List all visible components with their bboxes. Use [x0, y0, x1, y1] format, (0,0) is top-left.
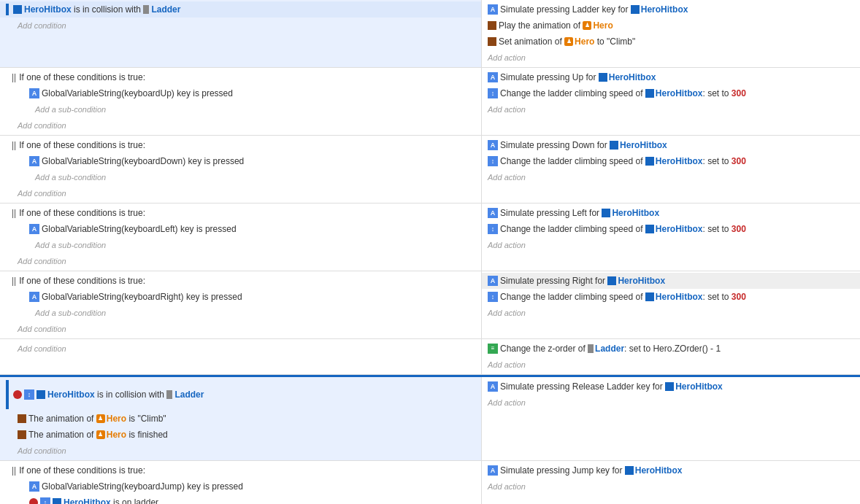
a-icon-4: A	[29, 224, 39, 234]
ladder-icon	[143, 5, 149, 14]
hero-sq-left	[645, 225, 654, 233]
is-climb-text: is "Climb"	[126, 414, 166, 424]
or-icon-3: ||	[12, 140, 16, 150]
hero-icon-anim1: ♟	[96, 414, 105, 423]
cond-keyboard-down[interactable]: A GlobalVariableString(keyboardDown) key…	[0, 153, 481, 169]
speed-icon-down: ↕	[488, 156, 498, 166]
on-ladder-text: is on ladder	[111, 497, 158, 504]
is-finished-text: is finished	[126, 430, 168, 440]
cond-anim-climb[interactable]: The animation of ♟ Hero is "Climb"	[0, 411, 481, 427]
a-icon-release: A	[488, 381, 498, 392]
action-set-animation[interactable]: Set animation of ♟ Hero to "Climb"	[482, 34, 860, 50]
add-action-4[interactable]: Add action	[482, 237, 860, 253]
hero-hitbox-8: HeroHitbox	[64, 497, 111, 504]
ladder-zorder-label: Ladder	[595, 344, 624, 354]
cond-anim-finished[interactable]: The animation of ♟ Hero is finished	[0, 427, 481, 443]
or-header-2: || If one of these conditions is true:	[0, 69, 481, 85]
cond-keyboard-left[interactable]: A GlobalVariableString(keyboardLeft) key…	[0, 221, 481, 237]
add-sub-cond-3[interactable]: Add a sub-condition	[0, 169, 481, 185]
zorder-text: Change the z-order of	[500, 344, 588, 354]
zorder-icon: ≡	[488, 344, 498, 354]
hero-anim-label: Hero	[593, 20, 613, 31]
anim-text-1: The animation of	[28, 414, 96, 424]
hero-icon-left	[602, 209, 610, 217]
hero-icon-release	[665, 382, 674, 391]
add-condition-1[interactable]: Add condition	[0, 18, 481, 34]
hero-icon-right	[607, 276, 616, 285]
hero-label-2: Hero	[575, 36, 594, 47]
action-speed-up[interactable]: ↕ Change the ladder climbing speed of He…	[482, 85, 860, 101]
event-section-6: Add condition ≡ Change the z-order of La…	[0, 339, 860, 375]
cond-keyboard-jump[interactable]: A GlobalVariableString(keyboardJump) key…	[0, 478, 481, 495]
event-section-2: || If one of these conditions is true: A…	[0, 68, 860, 136]
simulate-left-text: Simulate pressing Left for	[500, 208, 602, 218]
or-text-8: If one of these conditions is true:	[19, 465, 145, 476]
collision-text: is in collision with	[72, 4, 144, 15]
simulate-up-text: Simulate pressing Up for	[500, 72, 599, 82]
add-action-3[interactable]: Add action	[482, 169, 860, 185]
event-section-8: || If one of these conditions is true: A…	[0, 461, 860, 504]
speed-icon-up: ↕	[488, 88, 498, 98]
or-icon-8: ||	[12, 465, 16, 476]
add-action-6[interactable]: Add action	[482, 357, 860, 373]
add-sub-cond-4[interactable]: Add a sub-condition	[0, 237, 481, 253]
add-action-1[interactable]: Add action	[482, 50, 860, 66]
add-sub-cond-5[interactable]: Add a sub-condition	[0, 305, 481, 321]
add-cond-3[interactable]: Add condition	[0, 185, 481, 201]
a-icon-2: A	[29, 88, 39, 98]
cond-keyboard-up[interactable]: A GlobalVariableString(keyboardUp) key i…	[0, 85, 481, 101]
add-cond-5[interactable]: Add condition	[0, 321, 481, 337]
cond-hero-on-ladder[interactable]: ↕ HeroHitbox is on ladder	[0, 495, 481, 504]
hero-hitbox-up: HeroHitbox	[609, 72, 656, 82]
add-action-7[interactable]: Add action	[482, 395, 860, 411]
action-simulate-ladder[interactable]: A Simulate pressing Ladder key for HeroH…	[482, 1, 860, 18]
action-simulate-left[interactable]: A Simulate pressing Left for HeroHitbox	[482, 205, 860, 221]
blue-square-icon	[13, 5, 22, 14]
hero-icon-up	[599, 73, 607, 82]
add-action-2[interactable]: Add action	[482, 101, 860, 117]
hero-icon-anim2: ♟	[96, 430, 105, 439]
action-simulate-right[interactable]: A Simulate pressing Right for HeroHitbox	[482, 273, 860, 289]
set-animation-text: Set animation of	[499, 36, 564, 47]
or-text-2: If one of these conditions is true:	[19, 72, 145, 82]
add-action-5[interactable]: Add action	[482, 305, 860, 321]
action-speed-left[interactable]: ↕ Change the ladder climbing speed of He…	[482, 221, 860, 237]
or-text-5: If one of these conditions is true:	[19, 276, 145, 286]
action-speed-down[interactable]: ↕ Change the ladder climbing speed of He…	[482, 153, 860, 169]
action-speed-right[interactable]: ↕ Change the ladder climbing speed of He…	[482, 289, 860, 305]
brown-sq-4	[18, 430, 26, 439]
add-cond-7[interactable]: Add condition	[0, 443, 481, 459]
action-simulate-up[interactable]: A Simulate pressing Up for HeroHitbox	[482, 69, 860, 85]
add-sub-cond-2[interactable]: Add a sub-condition	[0, 101, 481, 117]
or-header-4: || If one of these conditions is true:	[0, 205, 481, 221]
hero-icon-jump	[625, 466, 634, 475]
hero-hitbox-down: HeroHitbox	[620, 140, 667, 150]
brown-sq-icon	[488, 21, 496, 30]
action-simulate-release[interactable]: A Simulate pressing Release Ladder key f…	[482, 379, 860, 395]
collision-header[interactable]: HeroHitbox is in collision with Ladder	[0, 1, 481, 18]
add-cond-4[interactable]: Add condition	[0, 253, 481, 269]
cond-keyboard-right[interactable]: A GlobalVariableString(keyboardRight) ke…	[0, 289, 481, 305]
hero-hitbox-label: HeroHitbox	[24, 4, 72, 15]
add-cond-2[interactable]: Add condition	[0, 117, 481, 133]
anim-text-2: The animation of	[28, 430, 96, 440]
action-simulate-down[interactable]: A Simulate pressing Down for HeroHitbox	[482, 137, 860, 153]
or-icon: ||	[12, 72, 16, 82]
hero-label-anim2: Hero	[107, 430, 126, 440]
speed-left-text: Change the ladder climbing speed of	[500, 224, 645, 234]
collision-text-2: is in collision with	[95, 389, 167, 400]
action-simulate-jump[interactable]: A Simulate pressing Jump key for HeroHit…	[482, 462, 860, 478]
ladder-label-2: Ladder	[174, 389, 204, 400]
add-cond-6[interactable]: Add condition	[0, 341, 481, 357]
simulate-right-text: Simulate pressing Right for	[500, 276, 607, 286]
a-icon-right: A	[488, 276, 498, 286]
to-climb-text: to "Climb"	[594, 36, 635, 47]
action-zorder[interactable]: ≡ Change the z-order of Ladder : set to …	[482, 341, 860, 357]
add-action-8[interactable]: Add action	[482, 478, 860, 495]
speed-val-up: 300	[732, 88, 746, 98]
event-section-7: ↕ HeroHitbox is in collision with Ladder…	[0, 375, 860, 461]
red-dot-icon-8	[29, 498, 38, 504]
speed-val-left: 300	[732, 224, 746, 234]
action-play-animation[interactable]: Play the animation of ♟ Hero	[482, 18, 860, 34]
collision-header-2[interactable]: ↕ HeroHitbox is in collision with Ladder	[0, 379, 481, 411]
